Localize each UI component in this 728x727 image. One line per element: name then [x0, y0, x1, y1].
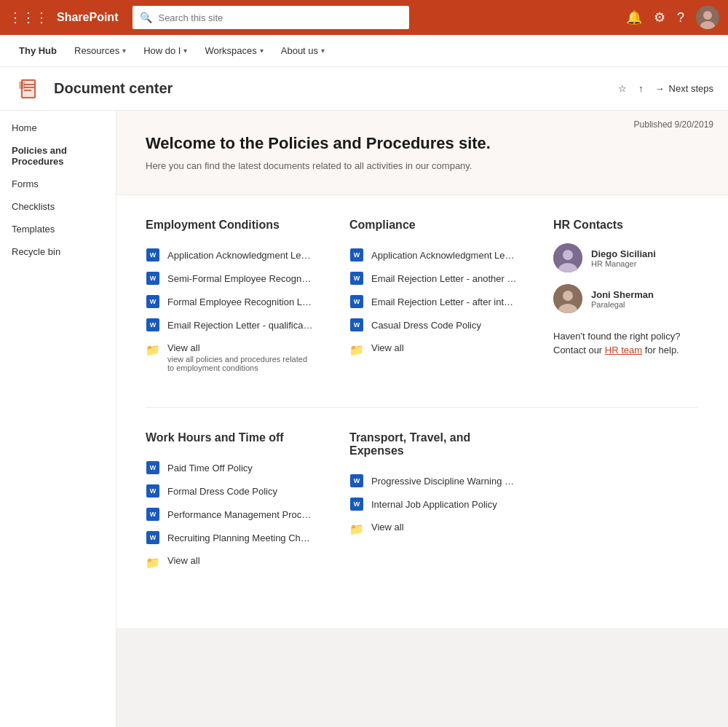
list-item[interactable]: W Internal Job Application Policy	[349, 492, 518, 516]
nav-item-how-do-i[interactable]: How do I ▾	[136, 35, 194, 67]
chevron-down-icon: ▾	[122, 47, 126, 55]
transport-title: Transport, Travel, and Expenses	[349, 431, 518, 457]
share-button[interactable]: ↑	[638, 83, 644, 94]
section-row-2: Work Hours and Time off W Paid Time Off …	[146, 431, 699, 575]
list-item[interactable]: W Formal Dress Code Policy	[146, 479, 314, 503]
search-input[interactable]	[158, 12, 402, 23]
avatar[interactable]	[696, 6, 719, 29]
star-icon: ☆	[618, 83, 627, 94]
sharepoint-logo: SharePoint	[57, 11, 118, 24]
grid-icon[interactable]: ⋮⋮⋮	[9, 9, 48, 25]
sidebar-item-home[interactable]: Home	[0, 117, 116, 139]
list-item[interactable]: W Formal Employee Recognition Letter	[146, 290, 314, 313]
page-title: Document center	[54, 80, 173, 97]
list-item[interactable]: W Paid Time Off Policy	[146, 456, 314, 479]
favorite-button[interactable]: ☆	[618, 83, 627, 94]
svg-point-13	[563, 291, 573, 301]
hr-cta: Haven't found the right policy? Contact …	[553, 331, 699, 355]
view-all-transport[interactable]: 📁 View all	[349, 516, 518, 542]
compliance-section-title: Compliance	[349, 219, 518, 232]
main-layout: Home Policies and Procedures Forms Check…	[0, 111, 728, 727]
folder-icon: 📁	[146, 555, 160, 570]
hr-contacts-title: HR Contacts	[553, 219, 699, 232]
word-icon: W	[146, 460, 160, 475]
welcome-banner: Published 9/20/2019 Welcome to the Polic…	[116, 111, 728, 195]
top-bar: ⋮⋮⋮ SharePoint 🔍 🔔 ⚙ ?	[0, 0, 728, 35]
list-item[interactable]: W Semi-Formal Employee Recognition L...	[146, 267, 314, 290]
view-all-compliance[interactable]: 📁 View all	[349, 337, 518, 363]
word-icon: W	[146, 318, 160, 332]
compliance-section: Compliance W Application Acknowledgment …	[349, 219, 518, 378]
hr-team-link[interactable]: HR team	[605, 345, 642, 355]
word-icon: W	[349, 497, 364, 511]
next-steps-icon: →	[655, 83, 665, 94]
search-icon: 🔍	[140, 12, 152, 23]
word-icon: W	[146, 484, 160, 498]
placeholder-section	[553, 431, 699, 575]
notifications-icon[interactable]: 🔔	[626, 9, 642, 25]
sidebar-item-forms[interactable]: Forms	[0, 173, 116, 195]
chevron-down-icon: ▾	[321, 47, 325, 55]
transport-section: Transport, Travel, and Expenses W Progre…	[349, 431, 518, 575]
folder-icon: 📁	[146, 342, 160, 357]
word-icon: W	[146, 507, 160, 522]
work-hours-section: Work Hours and Time off W Paid Time Off …	[146, 431, 314, 575]
word-icon: W	[349, 294, 364, 309]
avatar-joni[interactable]	[553, 284, 582, 313]
word-icon: W	[349, 271, 364, 286]
list-item[interactable]: W Performance Management Process Ch...	[146, 503, 314, 526]
document-center-icon	[15, 74, 44, 103]
list-item[interactable]: W Casual Dress Code Policy	[349, 313, 518, 337]
work-hours-title: Work Hours and Time off	[146, 431, 314, 444]
help-icon[interactable]: ?	[677, 10, 684, 25]
sidebar-item-checklists[interactable]: Checklists	[0, 195, 116, 218]
chevron-down-icon: ▾	[183, 47, 187, 55]
contact-joni: Joni Sherman Paralegal	[553, 284, 699, 313]
list-item[interactable]: W Email Rejection Letter - after intervi…	[349, 290, 518, 313]
employment-section: Employment Conditions W Application Ackn…	[146, 219, 314, 378]
sidebar-item-templates[interactable]: Templates	[0, 218, 116, 240]
word-icon: W	[146, 271, 160, 286]
settings-icon[interactable]: ⚙	[654, 9, 665, 25]
page-header: Document center ☆ ↑ → Next steps	[0, 67, 728, 111]
list-item[interactable]: W Progressive Discipline Warning Form	[349, 469, 518, 492]
sidebar-item-policies[interactable]: Policies and Procedures	[0, 139, 116, 173]
list-item[interactable]: W Email Rejection Letter - another posit…	[349, 267, 518, 290]
contact-diego: Diego Siciliani HR Manager	[553, 243, 699, 272]
list-item[interactable]: W Application Acknowledgment Letter	[349, 243, 518, 267]
word-icon: W	[146, 248, 160, 262]
word-icon: W	[146, 294, 160, 309]
welcome-title: Welcome to the Policies and Procedures s…	[146, 134, 699, 153]
list-item[interactable]: W Recruiting Planning Meeting Checklist	[146, 526, 314, 549]
nav-item-thy-hub[interactable]: Thy Hub	[12, 35, 64, 67]
svg-point-10	[563, 250, 573, 260]
list-item[interactable]: W Email Rejection Letter - qualification	[146, 313, 314, 337]
word-icon: W	[349, 248, 364, 262]
next-steps-button[interactable]: → Next steps	[655, 83, 713, 94]
welcome-subtitle: Here you can find the latest documents r…	[146, 160, 699, 171]
main-content: Published 9/20/2019 Welcome to the Polic…	[116, 111, 728, 727]
page-header-actions: ☆ ↑ → Next steps	[618, 83, 713, 94]
svg-point-1	[703, 11, 712, 20]
list-item[interactable]: W Application Acknowledgment Letter	[146, 243, 314, 267]
avatar-diego[interactable]	[553, 243, 582, 272]
folder-icon: 📁	[349, 522, 364, 536]
nav-item-workspaces[interactable]: Workspaces ▾	[197, 35, 270, 67]
nav-bar: Thy Hub Resources ▾ How do I ▾ Workspace…	[0, 35, 728, 67]
published-label: Published 9/20/2019	[634, 119, 713, 130]
section-row-1: Employment Conditions W Application Ackn…	[146, 219, 699, 378]
nav-item-about-us[interactable]: About us ▾	[274, 35, 332, 67]
sidebar: Home Policies and Procedures Forms Check…	[0, 111, 116, 727]
nav-item-resources[interactable]: Resources ▾	[67, 35, 133, 67]
sidebar-item-recycle-bin[interactable]: Recycle bin	[0, 240, 116, 263]
view-all-work-hours[interactable]: 📁 View all	[146, 549, 314, 575]
hr-contacts-section: HR Contacts Diego Siciliani HR Manager	[553, 219, 699, 378]
section-divider	[146, 407, 699, 408]
employment-section-title: Employment Conditions	[146, 219, 314, 232]
content-grid: Employment Conditions W Application Ackn…	[116, 195, 728, 628]
view-all-employment[interactable]: 📁 View all view all policies and procedu…	[146, 337, 314, 378]
share-icon: ↑	[638, 83, 644, 94]
word-icon: W	[349, 318, 364, 332]
search-box[interactable]: 🔍	[132, 6, 409, 29]
svg-rect-8	[19, 82, 25, 89]
